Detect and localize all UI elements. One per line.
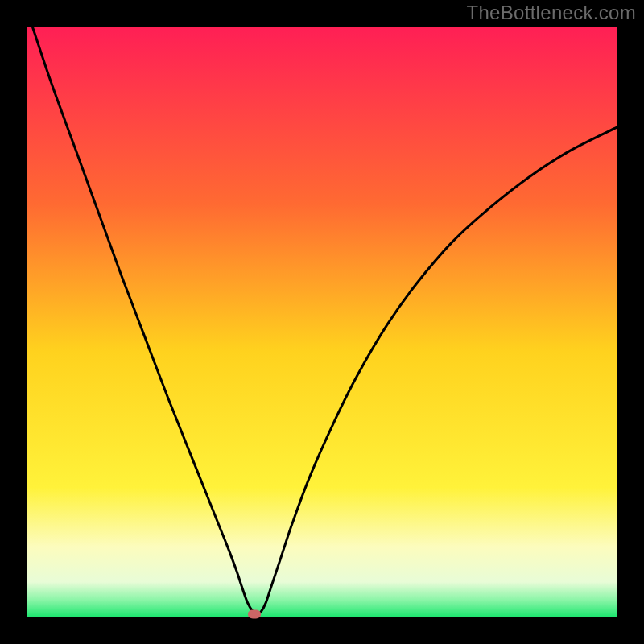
watermark-text: TheBottleneck.com (466, 2, 636, 24)
plot-area (27, 27, 617, 617)
chart-frame: TheBottleneck.com (0, 0, 644, 644)
sweet-spot-marker (248, 610, 261, 619)
gradient-background (27, 27, 617, 617)
plot-svg (27, 27, 617, 617)
